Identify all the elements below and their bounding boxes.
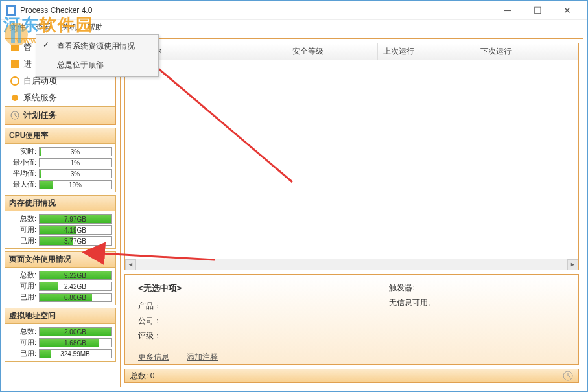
progress-text: 19% [40,181,111,189]
services-icon [10,93,19,102]
menubar: 文件 查看 关机 帮助 ✓ 查看系统资源使用情况 总是位于顶部 [1,20,587,34]
nav-item-services[interactable]: 系统服务 [5,89,115,106]
progress-bar: 3% [39,147,112,156]
sidebar: 管 进 自启动项 系统服务 计划任务 CPU使用率 实时: [5,38,116,387]
progress-text: 324.59MB [40,350,111,358]
detail-company: 公司： [138,316,233,327]
progress-text: 3% [40,170,111,178]
app-icon [6,5,16,16]
check-icon: ✓ [43,40,49,49]
detail-trigger-label: 触发器: [389,282,436,294]
table-body [125,60,578,259]
maximize-button[interactable]: ☐ [523,1,552,20]
window-title: Process Checker 4.0 [20,6,493,15]
menu-file[interactable]: 文件 [5,21,30,34]
svg-rect-4 [8,7,14,14]
pagefile-panel: 页面文件使用情况 总数: 9.22GB 可用: 2.42GB 已用: 6.80G… [5,251,116,305]
progress-text: 4.19GB [40,226,111,235]
stat-label: 可用: [9,338,36,347]
add-note-link[interactable]: 添加注释 [187,352,218,362]
pagefile-header: 页面文件使用情况 [5,252,115,268]
autostart-icon [10,76,19,86]
progress-text: 1% [40,159,111,167]
folder-icon [10,43,19,52]
status-text: 总数: 0 [130,371,563,382]
stat-row: 可用: 1.68GB [6,337,114,348]
stat-label: 实时: [9,146,36,156]
stat-label: 已用: [9,349,36,358]
cpu-panel: CPU使用率 实时: 3% 最小值: 1% 平均值: 3% 最大值: 19% [5,128,116,192]
col-security-level[interactable]: 安全等级 [287,43,378,60]
svg-point-8 [12,95,18,101]
progress-text: 9.22GB [40,271,111,280]
svg-rect-6 [11,60,19,68]
progress-bar: 3.77GB [39,236,112,246]
progress-text: 3.77GB [40,237,111,246]
detail-panel: <无选中项> 产品： 公司： 评级： 更多信息 添加注释 触发器: 无信息可用。 [124,274,579,365]
memory-header: 内存使用情况 [5,196,115,211]
progress-bar: 3% [39,169,112,178]
stat-label: 最小值: [9,157,36,167]
menu-shutdown[interactable]: 关机 [56,21,82,34]
close-button[interactable]: ✕ [552,1,582,20]
progress-text: 2.42GB [40,282,111,291]
detail-heading: <无选中项> [138,282,233,294]
menu-help[interactable]: 帮助 [82,21,108,34]
progress-text: 6.80GB [40,294,111,302]
progress-bar: 4.19GB [39,225,112,235]
menu-view[interactable]: 查看 [30,21,56,34]
memory-panel: 内存使用情况 总数: 7.97GB 可用: 4.19GB 已用: 3.77GB [5,195,116,249]
stat-label: 已用: [9,292,36,302]
progress-bar: 19% [39,180,112,189]
statusbar: 总数: 0 [124,369,579,383]
stat-row: 最小值: 1% [6,157,114,168]
col-last-run[interactable]: 上次运行 [378,43,475,60]
progress-bar: 2.00GB [39,327,112,336]
horizontal-scrollbar[interactable]: ◄ ► [125,259,578,270]
detail-trigger-value: 无信息可用。 [389,297,436,308]
dropdown-item-always-on-top[interactable]: 总是位于顶部 [36,56,158,75]
dropdown-item-resource-usage[interactable]: ✓ 查看系统资源使用情况 [36,37,158,56]
progress-bar: 9.22GB [39,271,112,280]
detail-product: 产品： [138,301,233,312]
stat-label: 总数: [9,327,36,336]
progress-text: 1.68GB [40,339,111,347]
scroll-left-icon[interactable]: ◄ [125,259,136,270]
view-dropdown: ✓ 查看系统资源使用情况 总是位于顶部 [36,34,159,77]
progress-bar: 7.97GB [39,214,112,224]
progress-text: 2.00GB [40,328,111,336]
scroll-right-icon[interactable]: ► [567,259,578,270]
stat-row: 平均值: 3% [6,168,114,179]
stat-row: 总数: 7.97GB [6,213,114,224]
stat-label: 总数: [9,270,36,280]
stat-label: 总数: [9,214,36,224]
progress-bar: 324.59MB [39,349,112,358]
virtual-memory-panel: 虚拟地址空间 总数: 2.00GB 可用: 1.68GB 已用: 324.59M… [5,308,116,362]
titlebar: Process Checker 4.0 ─ ☐ ✕ [1,1,587,20]
stat-row: 实时: 3% [6,146,114,157]
nav-item-scheduled-tasks[interactable]: 计划任务 [5,106,115,124]
task-table: 任务名称 安全等级 上次运行 下次运行 ◄ ► [124,43,579,270]
stat-label: 平均值: [9,168,36,178]
dropdown-label: 总是位于顶部 [57,60,104,69]
stat-row: 已用: 3.77GB [6,235,114,246]
stat-label: 可用: [9,281,36,291]
progress-text: 7.97GB [40,215,111,224]
process-icon [10,60,19,69]
clock-icon [563,371,573,381]
progress-bar: 1.68GB [39,338,112,347]
more-info-link[interactable]: 更多信息 [138,352,169,362]
detail-rating: 评级： [138,330,233,341]
col-next-run[interactable]: 下次运行 [475,43,578,60]
vmem-header: 虚拟地址空间 [5,308,115,324]
main-area: 任务名称 安全等级 上次运行 下次运行 ◄ ► <无选中项> 产品： 公司： 评… [120,38,583,387]
stat-row: 可用: 2.42GB [6,281,114,292]
progress-text: 3% [40,148,111,156]
svg-point-7 [11,77,19,85]
stat-row: 可用: 4.19GB [6,224,114,235]
minimize-button[interactable]: ─ [493,1,523,20]
table-header: 任务名称 安全等级 上次运行 下次运行 [125,43,578,60]
progress-bar: 2.42GB [39,282,112,291]
cpu-header: CPU使用率 [5,128,115,144]
progress-bar: 1% [39,158,112,167]
